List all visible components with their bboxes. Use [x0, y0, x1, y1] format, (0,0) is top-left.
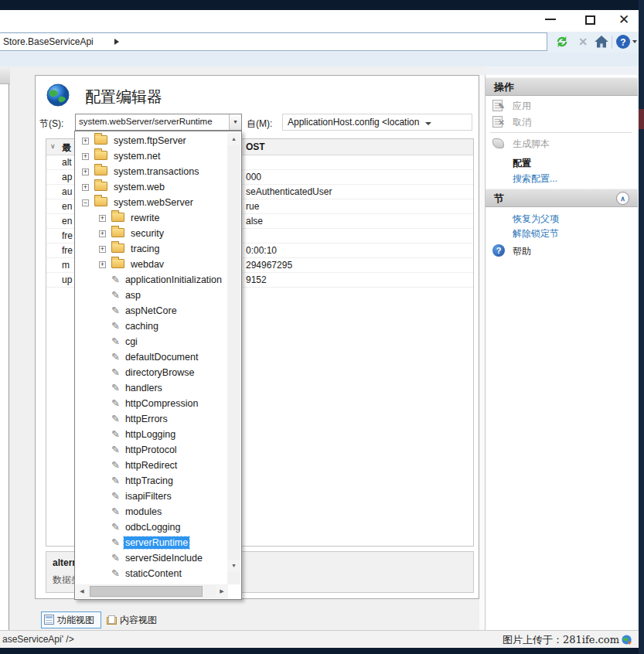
- grid-cell-value[interactable]: alse: [246, 214, 263, 229]
- pencil-icon: ✎: [111, 550, 120, 566]
- expand-node-icon[interactable]: +: [99, 215, 106, 222]
- tree-item-label: system.transactions: [112, 165, 200, 178]
- grid-cell-name: alt: [62, 155, 72, 170]
- pencil-icon: ✎: [111, 272, 120, 288]
- tree-item-httpLogging[interactable]: ✎httpLogging: [76, 427, 227, 442]
- scroll-up-icon[interactable]: ▲: [227, 133, 240, 145]
- from-dropdown-caret-icon[interactable]: [425, 122, 431, 125]
- folder-icon: [111, 259, 124, 268]
- collapse-node-icon[interactable]: −: [82, 199, 89, 206]
- tree-item-label: caching: [124, 320, 160, 332]
- tree-item-rewrite[interactable]: +rewrite: [76, 210, 227, 226]
- grid-header-name: 最: [62, 141, 71, 155]
- address-bar[interactable]: Store.BaseServiceApi: [0, 32, 547, 51]
- tree-item-httpRedirect[interactable]: ✎httpRedirect: [76, 458, 227, 473]
- tree-item-httpProtocol[interactable]: ✎httpProtocol: [76, 442, 227, 458]
- help-question-icon: ?: [492, 244, 505, 257]
- tree-item-serverSideInclude[interactable]: ✎serverSideInclude: [76, 550, 227, 566]
- refresh-icon[interactable]: [554, 34, 571, 49]
- grid-cell-value[interactable]: rue: [246, 199, 259, 214]
- titlebar: ✕: [0, 10, 639, 32]
- tree-item-system.transactions[interactable]: +system.transactions: [76, 164, 227, 179]
- tree-item-security[interactable]: +security: [76, 226, 227, 241]
- tree-item-webdav[interactable]: +webdav: [76, 257, 227, 272]
- actions-separator: [490, 132, 632, 133]
- tree-item-label: staticContent: [124, 567, 183, 580]
- collapse-section-icon[interactable]: ∧: [616, 192, 629, 205]
- tree-item-label: system.webServer: [112, 196, 195, 209]
- expand-node-icon[interactable]: +: [82, 184, 89, 191]
- grid-cell-name: fre: [62, 244, 73, 258]
- tree-item-httpCompression[interactable]: ✎httpCompression: [76, 396, 227, 411]
- grid-cell-value[interactable]: 9152: [246, 273, 267, 288]
- tree-item-handlers[interactable]: ✎handlers: [76, 380, 227, 396]
- scroll-left-icon[interactable]: ◀: [76, 585, 88, 598]
- minimize-button[interactable]: [540, 10, 561, 32]
- tree-item-label: asp: [124, 289, 142, 301]
- stop-icon[interactable]: ✕: [574, 34, 591, 49]
- tab-features-view[interactable]: 功能视图: [41, 611, 101, 628]
- tree-item-cgi[interactable]: ✎cgi: [76, 334, 227, 349]
- tree-item-asp[interactable]: ✎asp: [76, 288, 227, 303]
- tree-item-defaultDocument[interactable]: ✎defaultDocument: [76, 349, 227, 365]
- tree-item-tracing[interactable]: +tracing: [76, 241, 227, 257]
- pencil-icon: ✎: [111, 396, 120, 411]
- help-icon[interactable]: ?: [615, 34, 632, 49]
- close-button[interactable]: ✕: [613, 10, 635, 32]
- tree-item-applicationInitialization[interactable]: ✎applicationInitialization: [76, 272, 227, 288]
- tree-vertical-scrollbar[interactable]: ▲ ▼: [227, 133, 240, 584]
- section-tree: +system.ftpServer+system.net+system.tran…: [76, 133, 227, 584]
- expand-node-icon[interactable]: +: [99, 261, 106, 268]
- window-bottom-edge: [0, 648, 644, 654]
- tree-item-system.net[interactable]: +system.net: [76, 148, 227, 164]
- tree-item-isapiFilters[interactable]: ✎isapiFilters: [76, 489, 227, 504]
- watermark-globe-icon: [621, 634, 632, 645]
- tree-item-directoryBrowse[interactable]: ✎directoryBrowse: [76, 365, 227, 380]
- tree-item-caching[interactable]: ✎caching: [76, 318, 227, 334]
- right-edge-accent: [639, 109, 644, 129]
- scrollbar-thumb[interactable]: [90, 586, 203, 597]
- pencil-icon: ✎: [111, 411, 120, 427]
- header-spacer: [0, 53, 639, 66]
- breadcrumb-arrow-icon[interactable]: [114, 39, 119, 45]
- tree-item-httpTracing[interactable]: ✎httpTracing: [76, 473, 227, 489]
- expand-node-icon[interactable]: +: [82, 169, 89, 175]
- home-icon[interactable]: [593, 34, 610, 49]
- section-combobox[interactable]: system.webServer/serverRuntime ▼: [75, 114, 242, 131]
- grid-cell-name: up: [62, 273, 72, 288]
- expand-node-icon[interactable]: +: [82, 153, 89, 160]
- help-dropdown-caret-icon[interactable]: [632, 40, 637, 43]
- grid-cell-value[interactable]: 294967295: [246, 258, 292, 273]
- tree-item-system.web[interactable]: +system.web: [76, 179, 227, 195]
- tree-item-label: httpRedirect: [124, 459, 179, 472]
- status-text: aseServiceApi' />: [2, 634, 74, 645]
- tree-item-odbcLogging[interactable]: ✎odbcLogging: [76, 519, 227, 535]
- combobox-dropdown-icon[interactable]: ▼: [229, 114, 241, 130]
- tree-item-serverRuntime[interactable]: ✎serverRuntime: [76, 535, 227, 550]
- tree-item-system.webServer[interactable]: −system.webServer: [76, 195, 227, 210]
- tree-item-staticContent[interactable]: ✎staticContent: [76, 566, 227, 581]
- collapse-chevron-icon[interactable]: ∨: [50, 142, 56, 150]
- grid-cell-value[interactable]: 0:00:10: [246, 244, 277, 258]
- tree-item-label: system.ftpServer: [112, 135, 188, 147]
- pencil-icon: ✎: [111, 427, 120, 442]
- grid-cell-value[interactable]: 000: [246, 170, 261, 185]
- tab-content-view[interactable]: 内容视图: [104, 611, 166, 628]
- grid-cell-name: en: [62, 214, 72, 229]
- tree-item-modules[interactable]: ✎modules: [76, 504, 227, 519]
- expand-node-icon[interactable]: +: [99, 246, 106, 253]
- tree-item-label: odbcLogging: [124, 521, 182, 533]
- tree-item-httpErrors[interactable]: ✎httpErrors: [76, 411, 227, 427]
- tree-item-aspNetCore[interactable]: ✎aspNetCore: [76, 303, 227, 318]
- tree-item-system.ftpServer[interactable]: +system.ftpServer: [76, 133, 227, 148]
- expand-node-icon[interactable]: +: [82, 138, 89, 145]
- scroll-right-icon[interactable]: ▶: [216, 585, 228, 598]
- tree-horizontal-scrollbar[interactable]: ◀ ▶: [76, 584, 228, 598]
- tree-item-label: defaultDocument: [124, 351, 200, 363]
- from-combobox[interactable]: ApplicationHost.config <location: [282, 114, 472, 131]
- maximize-button[interactable]: [580, 10, 601, 32]
- section-combobox-value: system.webServer/serverRuntime: [79, 117, 227, 126]
- scroll-down-icon[interactable]: ▼: [227, 560, 240, 572]
- grid-cell-value[interactable]: seAuthenticatedUser: [246, 185, 332, 199]
- expand-node-icon[interactable]: +: [99, 230, 106, 237]
